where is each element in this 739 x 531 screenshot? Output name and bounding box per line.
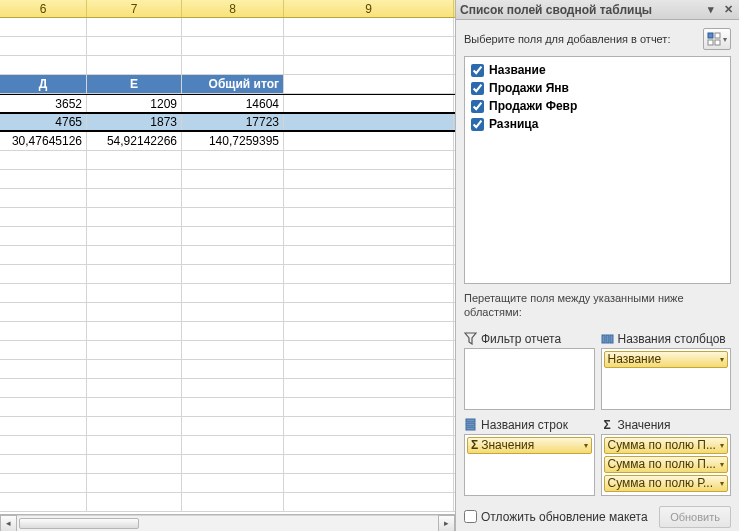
horizontal-scrollbar[interactable]: ◂ ▸: [0, 514, 455, 531]
field-item[interactable]: Продажи Февр: [471, 97, 724, 115]
field-checkbox[interactable]: [471, 82, 484, 95]
update-button[interactable]: Обновить: [659, 506, 731, 528]
pivot-hdr-d[interactable]: Д: [0, 75, 87, 93]
pivot-cell[interactable]: 140,7259395: [182, 132, 284, 150]
field-label: Разница: [489, 117, 538, 131]
field-checkbox[interactable]: [471, 100, 484, 113]
pivot-cell[interactable]: 17723: [182, 114, 284, 130]
layout-options-button[interactable]: [703, 28, 731, 50]
pane-menu-icon[interactable]: ▾: [704, 3, 718, 17]
field-pill-name[interactable]: Название: [604, 351, 729, 368]
area-label: Названия столбцов: [618, 332, 726, 346]
pivot-cell[interactable]: 1873: [87, 114, 182, 130]
defer-label: Отложить обновление макета: [481, 510, 648, 524]
field-checkbox[interactable]: [471, 64, 484, 77]
svg-rect-1: [715, 33, 720, 38]
pivot-data-row: 30,47645126 54,92142266 140,7259395: [0, 132, 455, 151]
scroll-right-button[interactable]: ▸: [438, 515, 455, 532]
field-checkbox[interactable]: [471, 118, 484, 131]
pivot-cell[interactable]: 14604: [182, 95, 284, 112]
field-pill-sigma-values[interactable]: ΣЗначения: [467, 437, 592, 454]
col-header-7[interactable]: 7: [87, 0, 182, 17]
funnel-icon: [464, 332, 477, 345]
area-label: Фильтр отчета: [481, 332, 561, 346]
svg-rect-2: [708, 40, 713, 45]
scroll-left-button[interactable]: ◂: [0, 515, 17, 532]
svg-rect-7: [466, 419, 475, 422]
field-list[interactable]: Название Продажи Янв Продажи Февр Разниц…: [464, 56, 731, 284]
area-values[interactable]: ΣЗначения Сумма по полю П... Сумма по по…: [601, 416, 732, 496]
pivot-cell[interactable]: 54,92142266: [87, 132, 182, 150]
pivot-header-row: Д Е Общий итог: [0, 75, 455, 94]
pivot-hdr-e[interactable]: Е: [87, 75, 182, 93]
col-header-8[interactable]: 8: [182, 0, 284, 17]
area-report-filter[interactable]: Фильтр отчета: [464, 330, 595, 410]
col-header-6[interactable]: 6: [0, 0, 87, 17]
svg-rect-5: [606, 335, 609, 343]
rows-icon: [464, 418, 477, 431]
field-pill-value[interactable]: Сумма по полю П...: [604, 456, 729, 473]
column-header-row: 6 7 8 9: [0, 0, 455, 18]
field-pill-value[interactable]: Сумма по полю П...: [604, 437, 729, 454]
pivot-field-list-pane: Список полей сводной таблицы ▾ ✕ Выберит…: [455, 0, 739, 531]
field-pill-value[interactable]: Сумма по полю Р...: [604, 475, 729, 492]
pivot-cell[interactable]: 4765: [0, 114, 87, 130]
area-label: Значения: [618, 418, 671, 432]
pivot-hdr-total[interactable]: Общий итог: [182, 75, 284, 93]
defer-checkbox-input[interactable]: [464, 510, 477, 523]
area-row-labels[interactable]: Названия строк ΣЗначения: [464, 416, 595, 496]
pivot-cell[interactable]: 30,47645126: [0, 132, 87, 150]
defer-layout-checkbox[interactable]: Отложить обновление макета: [464, 510, 648, 524]
col-header-9[interactable]: 9: [284, 0, 454, 17]
pivot-data-row-selected: 4765 1873 17723: [0, 113, 455, 132]
svg-rect-3: [715, 40, 720, 45]
choose-fields-label: Выберите поля для добавления в отчет:: [464, 33, 697, 45]
columns-icon: [601, 332, 614, 345]
scrollbar-track[interactable]: [17, 515, 438, 532]
drag-areas-hint: Перетащите поля между указанными ниже об…: [464, 290, 731, 324]
field-label: Продажи Янв: [489, 81, 569, 95]
pivot-cell[interactable]: 1209: [87, 95, 182, 112]
svg-rect-0: [708, 33, 713, 38]
area-label: Названия строк: [481, 418, 568, 432]
grid-body[interactable]: Д Е Общий итог 3652 1209 14604 4765 1873…: [0, 18, 455, 514]
area-column-labels[interactable]: Названия столбцов Название: [601, 330, 732, 410]
pivot-cell[interactable]: 3652: [0, 95, 87, 112]
svg-rect-4: [602, 335, 605, 343]
pane-titlebar[interactable]: Список полей сводной таблицы ▾ ✕: [456, 0, 739, 20]
field-label: Название: [489, 63, 546, 77]
sigma-icon: Σ: [601, 418, 614, 432]
pane-title-text: Список полей сводной таблицы: [460, 3, 652, 17]
layout-icon: [707, 32, 721, 46]
svg-rect-8: [466, 423, 475, 426]
field-item[interactable]: Продажи Янв: [471, 79, 724, 97]
field-label: Продажи Февр: [489, 99, 577, 113]
svg-rect-6: [610, 335, 613, 343]
pivot-data-row: 3652 1209 14604: [0, 94, 455, 113]
svg-rect-9: [466, 427, 475, 430]
field-item[interactable]: Разница: [471, 115, 724, 133]
close-icon[interactable]: ✕: [721, 3, 735, 17]
scrollbar-thumb[interactable]: [19, 518, 139, 529]
field-item[interactable]: Название: [471, 61, 724, 79]
spreadsheet-grid[interactable]: 6 7 8 9 Д Е Общий итог 3652 1209 14604 4…: [0, 0, 455, 531]
